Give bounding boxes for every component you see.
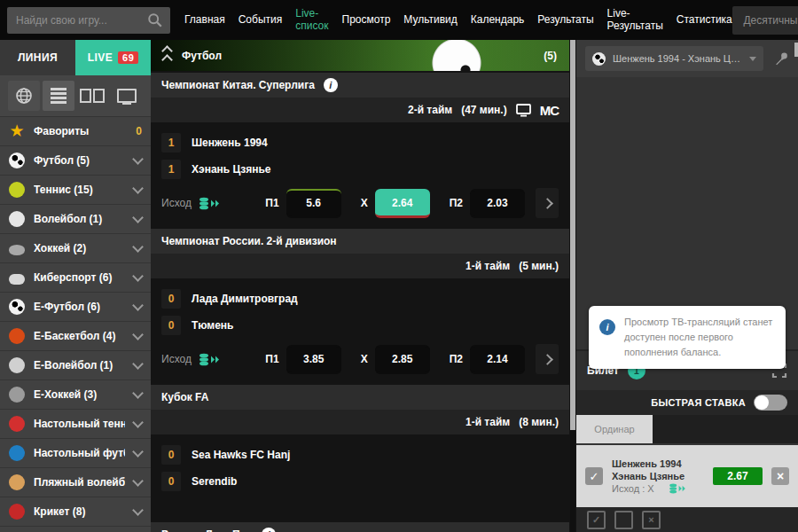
panel-scrollbar-thumb[interactable] <box>794 43 798 57</box>
sidebar: ЛИНИЯ LIVE 69 <box>0 40 151 532</box>
match-period: 1-й тайм <box>466 260 510 272</box>
monitor-icon <box>117 89 137 103</box>
league-header[interactable]: Чемпионат Китая. Суперлига i <box>151 73 569 98</box>
nav-calendar[interactable]: Календарь <box>471 14 525 27</box>
search-box[interactable] <box>7 7 170 34</box>
league-header[interactable]: Кубок FA <box>151 385 569 410</box>
match-select-dropdown[interactable]: Шенжень 1994 - Хэнань Цз... <box>585 46 763 71</box>
events-scrollbar[interactable] <box>570 40 575 532</box>
tab-live[interactable]: LIVE 69 <box>75 40 151 75</box>
nav-multiview[interactable]: Мультивид <box>403 14 457 27</box>
odds-button-p1[interactable]: 5.6 <box>286 189 341 218</box>
info-icon[interactable]: i <box>324 78 338 92</box>
team-score: 0 <box>161 445 181 465</box>
odds-format-select[interactable]: Десятичный <box>732 6 798 35</box>
sidebar-item-table-football[interactable]: Настольный футбол ... <box>0 438 151 467</box>
sidebar-item-beach-volleyball[interactable]: Пляжный волейбол (1) <box>0 467 151 497</box>
collapse-icon[interactable] <box>163 47 171 64</box>
odds-button-x[interactable]: 2.64 <box>375 189 430 218</box>
nav-events[interactable]: События <box>239 14 283 27</box>
table-tennis-icon <box>9 416 25 432</box>
sidebar-item-rugby[interactable]: Регби (4) <box>0 526 151 532</box>
live-count-badge: 69 <box>118 51 138 64</box>
sidebar-item-football[interactable]: Футбол (5) <box>0 145 151 175</box>
remove-bet-button[interactable]: × <box>771 467 789 485</box>
chevron-down-icon <box>132 475 144 487</box>
market-row: Исход П1 5.6 Х 2.64 П2 2.03 <box>151 183 569 223</box>
sidebar-item-e-basketball[interactable]: Е-Баскетбол (4) <box>0 321 151 350</box>
team-row[interactable]: 0 Serendib <box>151 468 569 495</box>
hockey-puck-icon <box>9 245 25 255</box>
chevron-down-icon <box>132 446 144 458</box>
match-period: 1-й тайм <box>466 416 510 428</box>
nav-results[interactable]: Результаты <box>537 14 593 27</box>
bet-card: ✓ Шенжень 1994 Хэнань Цзянье Исход : Х 2… <box>576 445 798 507</box>
select-all-icon[interactable]: ✓ <box>587 511 606 529</box>
search-input[interactable] <box>14 13 142 27</box>
bet-odds-value: 2.67 <box>713 467 763 485</box>
team-row[interactable]: 0 Sea Hawks FC Hanj <box>151 442 569 468</box>
gamepad-icon <box>9 274 25 285</box>
sidebar-item-e-hockey[interactable]: Е-Хоккей (3) <box>0 379 151 409</box>
sidebar-item-hockey[interactable]: Хоккей (2) <box>0 233 151 262</box>
info-icon[interactable]: i <box>262 528 276 532</box>
coins-icon <box>199 353 220 366</box>
sidebar-item-cricket[interactable]: Крикет (8) <box>0 497 151 526</box>
volleyball-icon <box>9 211 25 227</box>
odds-button-p2[interactable]: 2.14 <box>470 345 525 374</box>
sidebar-item-table-tennis[interactable]: Настольный теннис (... <box>0 409 151 438</box>
multiview-icon <box>80 89 105 103</box>
sidebar-item-e-volleyball[interactable]: Е-Волейбол (1) <box>0 350 151 379</box>
market-row: Исход П1 3.85 Х 2.85 П2 2.14 <box>151 339 569 379</box>
scrollbar-thumb[interactable] <box>570 40 575 430</box>
quick-bet-toggle[interactable] <box>754 395 787 411</box>
sidebar-item-favorites[interactable]: Фавориты 0 <box>0 116 151 145</box>
sidebar-item-e-football[interactable]: Е-Футбол (6) <box>0 292 151 321</box>
main-nav: Главная События Live- список Просмотр Му… <box>184 8 732 33</box>
team-row[interactable]: 0 Лада Димитровград <box>151 286 569 312</box>
sidebar-item-volleyball[interactable]: Волейбол (1) <box>0 204 151 233</box>
coins-icon <box>199 197 220 210</box>
match-period: 2-й тайм <box>408 104 452 116</box>
chevron-down-icon <box>132 153 144 165</box>
tv-icon[interactable] <box>516 104 531 117</box>
more-markets-button[interactable] <box>536 344 559 374</box>
e-soccer-icon <box>9 299 25 315</box>
odds-button-p1[interactable]: 3.85 <box>286 345 341 374</box>
sidebar-item-esports[interactable]: Киберспорт (6) <box>0 262 151 292</box>
nav-statistics[interactable]: Статистика <box>677 14 732 27</box>
team-row[interactable]: 1 Шенжень 1994 <box>151 129 569 156</box>
league-header[interactable]: Россия. Лига Про i <box>151 522 569 532</box>
sport-section-header[interactable]: Футбол (5) <box>151 40 569 71</box>
nav-live-list[interactable]: Live- список <box>295 8 328 33</box>
nav-live-results[interactable]: Live- Результаты <box>607 8 663 33</box>
sidebar-item-tennis[interactable]: Теннис (15) <box>0 175 151 204</box>
search-icon[interactable] <box>147 12 163 28</box>
copy-slip-icon[interactable] <box>614 511 633 529</box>
all-sports-button[interactable] <box>8 81 40 111</box>
nav-view[interactable]: Просмотр <box>342 14 391 27</box>
more-markets-button[interactable] <box>536 188 559 218</box>
match-center-icon[interactable]: MC <box>540 103 559 118</box>
team-row[interactable]: 1 Хэнань Цзянье <box>151 156 569 183</box>
team-row[interactable]: 0 Тюмень <box>151 312 569 339</box>
odds-button-p2[interactable]: 2.03 <box>470 189 525 218</box>
chevron-down-icon <box>132 183 144 194</box>
match-status-row: 2-й тайм (47 мин.) MC <box>151 98 569 122</box>
multiview-button[interactable] <box>76 81 108 111</box>
list-view-button[interactable] <box>43 81 74 111</box>
tab-single[interactable]: Ординар <box>576 415 653 443</box>
right-panel: Шенжень 1994 - Хэнань Цз... i Просмотр Т… <box>576 40 798 532</box>
chevron-down-icon <box>132 212 144 223</box>
pin-icon[interactable] <box>774 51 789 66</box>
clear-slip-icon[interactable]: × <box>642 511 661 529</box>
nav-home[interactable]: Главная <box>184 14 225 27</box>
odds-button-x[interactable]: 2.85 <box>375 345 430 374</box>
sport-list: Фавориты 0 Футбол (5) Теннис (15) Волейб… <box>0 116 151 532</box>
tv-view-button[interactable] <box>111 81 143 111</box>
bet-checkbox[interactable]: ✓ <box>585 467 603 485</box>
match-status-row: 1-й тайм (5 мин.) <box>151 254 569 278</box>
sport-event-count: (5) <box>544 50 557 62</box>
league-header[interactable]: Чемпионат России. 2-й дивизион <box>151 229 569 254</box>
tab-line[interactable]: ЛИНИЯ <box>0 40 75 75</box>
